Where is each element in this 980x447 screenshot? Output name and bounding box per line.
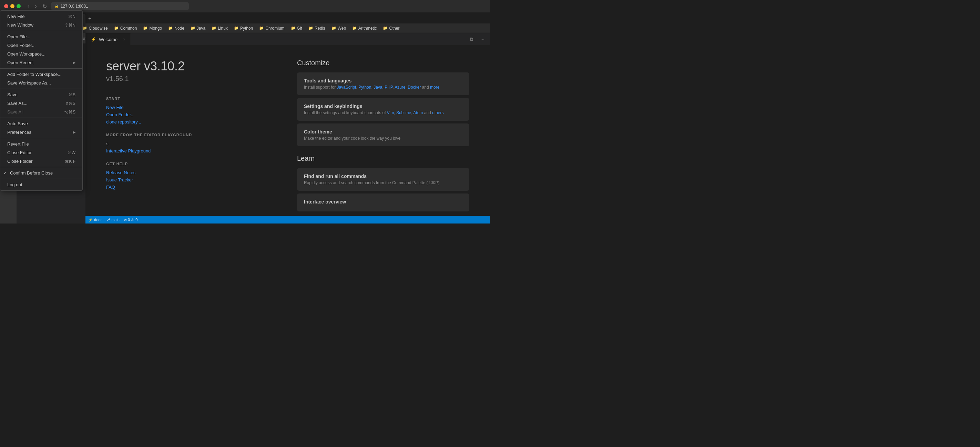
faq-link[interactable]: FAQ bbox=[106, 185, 269, 190]
azure-link[interactable]: Azure bbox=[395, 85, 405, 90]
python-link[interactable]: Python bbox=[358, 85, 371, 90]
close-window-button[interactable] bbox=[4, 4, 8, 8]
separator-7 bbox=[16, 179, 82, 179]
bookmark-node[interactable]: 📁 Node bbox=[165, 25, 187, 31]
menu-open-file[interactable]: Open File... bbox=[16, 33, 82, 41]
menu-preferences-label: Preferences bbox=[16, 130, 31, 135]
separator-6 bbox=[16, 167, 82, 167]
new-file-link[interactable]: New File bbox=[106, 105, 269, 110]
status-branch[interactable]: ⎇ main bbox=[106, 218, 119, 222]
javascript-link[interactable]: JavaScript bbox=[337, 85, 356, 90]
menu-save-all-label: Save All bbox=[16, 109, 24, 115]
color-theme-card[interactable]: Color theme Make the editor and your cod… bbox=[297, 123, 469, 146]
menu-save-shortcut: ⌘S bbox=[68, 93, 75, 97]
split-editor-button[interactable]: ⧉ bbox=[466, 35, 476, 44]
address-bar[interactable]: 🔒 127.0.0.1:8081 bbox=[51, 2, 189, 10]
bookmark-folder-icon-6: 📁 bbox=[212, 26, 216, 30]
interactive-playground-link[interactable]: Interactive Playground bbox=[106, 148, 269, 153]
doc-section: Get Help Release Notes Issue Tracker FAQ bbox=[106, 162, 269, 190]
find-run-commands-title: Find and run all commands bbox=[304, 174, 463, 179]
bookmark-java[interactable]: 📁 Java bbox=[188, 25, 208, 31]
bookmark-web-label: Web bbox=[338, 26, 346, 31]
tools-languages-card[interactable]: Tools and languages Install support for … bbox=[297, 72, 469, 95]
bookmark-folder-icon-9: 📁 bbox=[291, 26, 296, 30]
welcome-page-content: server v3.10.2 v1.56.1 Start New File Op… bbox=[86, 45, 490, 216]
bookmark-web[interactable]: 📁 Web bbox=[329, 25, 349, 31]
find-run-commands-card[interactable]: Find and run all commands Rapidly access… bbox=[297, 168, 469, 191]
bookmark-redis[interactable]: 📁 Redis bbox=[305, 25, 328, 31]
menu-revert-file-label: Revert File bbox=[16, 141, 29, 147]
welcome-editor-tab[interactable]: ⚡ Welcome × bbox=[86, 33, 131, 45]
minimize-window-button[interactable] bbox=[10, 4, 14, 8]
close-welcome-tab-button[interactable]: × bbox=[123, 37, 125, 42]
bookmark-other[interactable]: 📁 Other bbox=[380, 25, 402, 31]
bookmark-folder-icon-5: 📁 bbox=[191, 26, 196, 30]
php-link[interactable]: PHP bbox=[385, 85, 393, 90]
bookmark-folder-icon-10: 📁 bbox=[309, 26, 313, 30]
new-tab-button[interactable]: + bbox=[86, 14, 94, 24]
docker-link[interactable]: Docker bbox=[408, 85, 421, 90]
release-notes-link[interactable]: Release Notes bbox=[106, 170, 269, 175]
more-editor-actions-button[interactable]: ··· bbox=[477, 35, 487, 44]
bookmark-linux[interactable]: 📁 Linux bbox=[209, 25, 231, 31]
bookmark-folder-icon-11: 📁 bbox=[331, 26, 336, 30]
settings-keybindings-title: Settings and keybindings bbox=[304, 104, 463, 109]
color-theme-title: Color theme bbox=[304, 129, 463, 134]
others-link[interactable]: others bbox=[432, 110, 444, 115]
forward-button[interactable]: › bbox=[33, 2, 38, 10]
separator-5 bbox=[16, 138, 82, 138]
menu-add-folder-label: Add Folder to Workspace... bbox=[16, 72, 61, 77]
back-button[interactable]: ‹ bbox=[26, 2, 31, 10]
interface-overview-card[interactable]: Interface overview bbox=[297, 193, 469, 211]
bookmark-python[interactable]: 📁 Python bbox=[231, 25, 256, 31]
menu-confirm-close[interactable]: ✓ Confirm Before Close bbox=[16, 169, 82, 177]
maximize-window-button[interactable] bbox=[16, 4, 21, 8]
refresh-button[interactable]: ↻ bbox=[41, 2, 48, 10]
menu-close-editor[interactable]: Close Editor ⌘W bbox=[16, 148, 82, 157]
help-section: More from the Editor Playground s Intera… bbox=[106, 133, 269, 153]
menu-save-workspace[interactable]: Save Workspace As... bbox=[16, 79, 82, 87]
open-recent-arrow-icon: ▶ bbox=[73, 61, 75, 65]
menu-open-folder[interactable]: Open Folder... bbox=[16, 41, 82, 49]
status-remote[interactable]: ⚡ deer bbox=[88, 218, 102, 222]
help-section-title: More from the Editor Playground bbox=[106, 133, 269, 137]
settings-keybindings-card[interactable]: Settings and keybindings Install the set… bbox=[297, 98, 469, 121]
bookmark-chromium-label: Chromium bbox=[265, 26, 284, 31]
status-bar: ⚡ deer ⎇ main ⊗ 0 ⚠ 0 bbox=[86, 216, 490, 224]
atom-link[interactable]: Atom bbox=[413, 110, 423, 115]
menu-add-folder[interactable]: Add Folder to Workspace... bbox=[16, 70, 82, 79]
menu-close-folder-shortcut: ⌘K F bbox=[65, 159, 75, 164]
menu-save-as[interactable]: Save As... ⇧⌘S bbox=[16, 99, 82, 108]
menu-open-recent[interactable]: Open Recent ▶ bbox=[16, 58, 82, 67]
status-errors[interactable]: ⊗ 0 ⚠ 0 bbox=[124, 218, 137, 222]
issue-tracker-link[interactable]: Issue Tracker bbox=[106, 177, 269, 182]
doc-section-title: Get Help bbox=[106, 162, 269, 166]
menu-confirm-close-label: Confirm Before Close bbox=[16, 170, 53, 176]
bookmark-mongo[interactable]: 📁 Mongo bbox=[140, 25, 165, 31]
menu-close-folder[interactable]: Close Folder ⌘K F bbox=[16, 157, 82, 166]
bookmark-git[interactable]: 📁 Git bbox=[288, 25, 305, 31]
open-folder-link[interactable]: Open Folder... bbox=[106, 112, 269, 117]
menu-auto-save[interactable]: Auto Save bbox=[16, 119, 82, 128]
menu-save-workspace-label: Save Workspace As... bbox=[16, 80, 51, 86]
java-link[interactable]: Java bbox=[374, 85, 382, 90]
tools-languages-desc: Install support for JavaScript, Python, … bbox=[304, 85, 463, 90]
welcome-left-panel: server v3.10.2 v1.56.1 Start New File Op… bbox=[106, 59, 269, 202]
bookmark-arithmetic[interactable]: 📁 Arithmetic bbox=[349, 25, 379, 31]
welcome-tab-icon: ⚡ bbox=[91, 37, 96, 42]
menu-preferences[interactable]: Preferences ▶ bbox=[16, 128, 82, 137]
traffic-lights bbox=[4, 4, 21, 8]
more-link[interactable]: more bbox=[430, 85, 439, 90]
menu-save[interactable]: Save ⌘S bbox=[16, 90, 82, 99]
menu-open-workspace[interactable]: Open Workspace... bbox=[16, 49, 82, 58]
bookmark-common[interactable]: 📁 Common bbox=[111, 25, 140, 31]
bookmark-cloudwise[interactable]: 📁 Cloudwise bbox=[80, 25, 110, 31]
bookmark-chromium[interactable]: 📁 Chromium bbox=[256, 25, 287, 31]
help-text: s bbox=[106, 141, 269, 146]
menu-logout[interactable]: Log out bbox=[16, 180, 82, 189]
clone-repo-link[interactable]: clone repository... bbox=[106, 119, 269, 125]
vim-link[interactable]: Vim bbox=[387, 110, 394, 115]
bookmark-java-label: Java bbox=[197, 26, 205, 31]
menu-revert-file[interactable]: Revert File bbox=[16, 140, 82, 148]
sublime-link[interactable]: Sublime bbox=[396, 110, 411, 115]
